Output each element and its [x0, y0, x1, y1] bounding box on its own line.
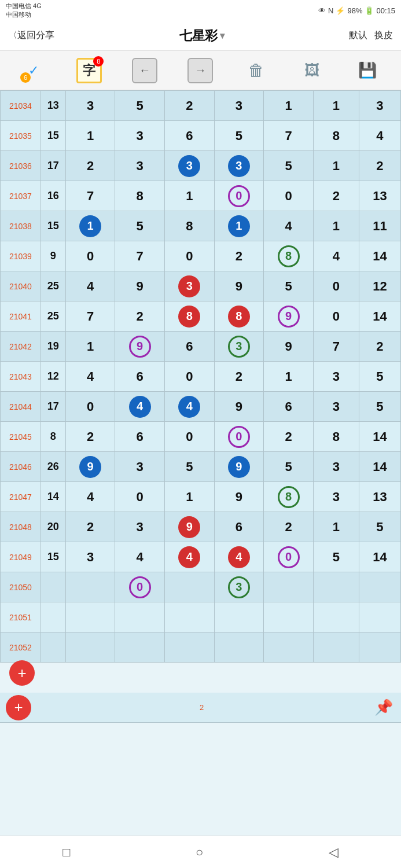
cell-5: [313, 572, 359, 602]
cell-2: 1: [164, 181, 214, 211]
cell-6: 4: [359, 121, 400, 151]
cell-1: 7: [115, 241, 165, 271]
row-id: 21040: [1, 271, 41, 301]
cell-1: 5: [115, 91, 165, 121]
cell-6: 14: [359, 301, 400, 332]
row-id: 21049: [1, 542, 41, 572]
table-row: 21034133523113: [1, 91, 401, 121]
row-id: 21051: [1, 602, 41, 632]
cell-2: 3: [164, 151, 214, 181]
data-table: 2103413352311321035151365784210361723335…: [0, 90, 401, 690]
row-id: 21046: [1, 452, 41, 482]
row-id: 21037: [1, 181, 41, 211]
row-sum: 13: [41, 91, 65, 121]
cell-1: [115, 602, 165, 632]
pin-button[interactable]: 📌: [372, 696, 395, 719]
cell-2: 2: [164, 91, 214, 121]
save-button[interactable]: 💾: [352, 55, 383, 86]
cell-4: 5: [264, 271, 314, 301]
cell-6: 5: [359, 392, 400, 422]
header-actions: 默认 换皮: [349, 30, 393, 42]
cell-2: 3: [164, 271, 214, 301]
photo-icon: 🖼: [299, 58, 325, 83]
cell-4: 8: [264, 482, 314, 512]
cell-5: 2: [313, 181, 359, 211]
cell-2: 6: [164, 332, 214, 362]
cell-5: [313, 632, 359, 663]
cell-3: 2: [214, 362, 264, 392]
cell-3: 8: [214, 301, 264, 332]
forward-nav-button[interactable]: →: [185, 55, 216, 86]
cell-4: 7: [264, 121, 314, 151]
cell-1: 6: [115, 422, 165, 452]
cell-3: 9: [214, 452, 264, 482]
add-row-button[interactable]: +: [6, 695, 31, 720]
cell-3: 9: [214, 482, 264, 512]
cell-4: 2: [264, 422, 314, 452]
table-row: 21035151365784: [1, 121, 401, 151]
back-nav-button[interactable]: ←: [129, 55, 160, 86]
back-system-button[interactable]: ○: [196, 845, 203, 860]
cell-1: 4: [115, 542, 165, 572]
cell-5: 8: [313, 121, 359, 151]
char-button[interactable]: 字 8: [73, 55, 105, 86]
table-row: 210412572889014: [1, 301, 401, 332]
trash-button[interactable]: 🗑: [241, 55, 272, 86]
check-button[interactable]: ✓ 6: [18, 55, 49, 86]
char-badge: 8: [93, 56, 104, 67]
eye-icon: 👁: [318, 6, 326, 15]
table-row: 210471440198313: [1, 482, 401, 512]
table-row: 21052: [1, 632, 401, 663]
cell-0: 0: [65, 392, 115, 422]
header: 〈返回分享 七星彩 ▾ 默认 换皮: [0, 21, 401, 51]
cell-5: 3: [313, 452, 359, 482]
photo-button[interactable]: 🖼: [296, 55, 328, 86]
table-row: 21036172333512: [1, 151, 401, 181]
row-id: 21047: [1, 482, 41, 512]
cell-4: 1: [264, 91, 314, 121]
cell-3: 9: [214, 392, 264, 422]
cell-3: 2: [214, 241, 264, 271]
skin-button[interactable]: 换皮: [374, 30, 393, 42]
add-icon: +: [14, 698, 23, 716]
cell-3: [214, 632, 264, 663]
trash-icon: 🗑: [244, 58, 269, 83]
header-title: 七星彩 ▾: [179, 27, 225, 45]
default-button[interactable]: 默认: [349, 30, 367, 42]
cell-3: 4: [214, 542, 264, 572]
cell-6: [359, 632, 400, 663]
back-button[interactable]: 〈返回分享: [8, 30, 54, 42]
cell-4: 8: [264, 241, 314, 271]
carrier-info: 中国电信 4G 中国移动: [6, 2, 42, 19]
row-sum: 19: [41, 332, 65, 362]
pin-icon: 📌: [374, 698, 393, 716]
cell-2: [164, 632, 214, 663]
recent-apps-button[interactable]: ◁: [329, 845, 339, 860]
dropdown-arrow-icon[interactable]: ▾: [220, 30, 225, 41]
cell-3: 0: [214, 181, 264, 211]
cell-0: 9: [65, 452, 115, 482]
row-sum: 25: [41, 271, 65, 301]
row-id-label: 2: [200, 703, 204, 712]
cell-4: 4: [264, 211, 314, 241]
cell-6: 13: [359, 181, 400, 211]
row-sum: 9: [41, 241, 65, 271]
table-row: 21048202396215: [1, 512, 401, 542]
home-button[interactable]: □: [62, 845, 70, 860]
cell-2: 8: [164, 301, 214, 332]
row-id: 21044: [1, 392, 41, 422]
add-button[interactable]: +: [9, 660, 35, 686]
cell-6: 14: [359, 542, 400, 572]
cell-5: 0: [313, 301, 359, 332]
cell-2: 0: [164, 362, 214, 392]
toolbar: ✓ 6 字 8 ← → 🗑 🖼 💾: [0, 51, 401, 90]
save-icon: 💾: [355, 58, 380, 83]
row-id: 21052: [1, 632, 41, 663]
lottery-table: 2103413352311321035151365784210361723335…: [0, 90, 401, 663]
cell-6: 14: [359, 452, 400, 482]
back-nav-icon: ←: [132, 58, 157, 83]
cell-6: 14: [359, 422, 400, 452]
row-id: 21034: [1, 91, 41, 121]
cell-6: 13: [359, 482, 400, 512]
cell-0: 2: [65, 151, 115, 181]
